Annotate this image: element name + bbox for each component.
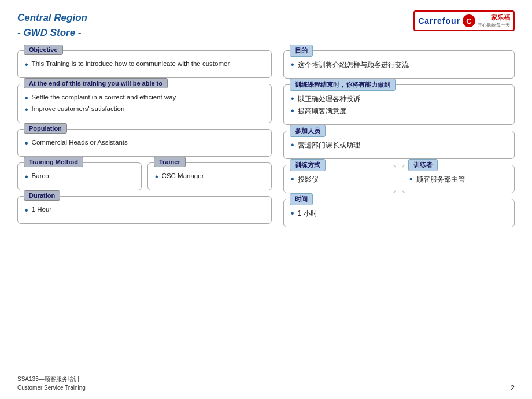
training-method-cn-label: 训练方式	[290, 159, 326, 171]
footer-page-number: 2	[511, 383, 515, 392]
main-content: Objective This Training is to introduce …	[17, 50, 515, 227]
objective-cn-bullet: 这个培训将介绍怎样与顾客进行交流	[291, 60, 507, 70]
objective-label: Objective	[24, 45, 63, 55]
population-label: Population	[24, 123, 67, 134]
training-method-bullet: Barco	[25, 172, 134, 182]
logo: Carrefour C 家乐福 开心购物每一天	[413, 10, 515, 31]
left-column: Objective This Training is to introduce …	[17, 50, 272, 227]
outcomes-bullet-2: Improve customers' satisfaction	[25, 105, 264, 114]
duration-card: Duration 1 Hour	[17, 196, 272, 224]
trainer-bullet: CSC Manager	[155, 172, 264, 182]
footer: SSA135—顾客服务培训 Customer Service Training …	[17, 375, 515, 392]
training-method-card: Training Method Barco	[17, 162, 142, 190]
training-method-label: Training Method	[24, 157, 83, 167]
logo-icon: C	[463, 14, 475, 27]
population-card: Population Commercial Heads or Assistant…	[17, 129, 272, 157]
logo-sub: 开心购物每一天	[478, 22, 510, 28]
trainer-label: Trainer	[154, 157, 186, 167]
duration-cn-bullet: 1 小时	[291, 209, 507, 219]
footer-subtitle: Customer Service Training	[17, 383, 86, 392]
outcomes-card: At the end of this training you will be …	[17, 84, 272, 123]
outcomes-label: At the end of this training you will be …	[24, 78, 168, 88]
footer-code: SSA135—顾客服务培训	[17, 375, 86, 383]
right-column: 目的 这个培训将介绍怎样与顾客进行交流 训练课程结束时，你将有能力做到 以正确处…	[283, 50, 515, 227]
objective-cn-label: 目的	[290, 45, 313, 57]
trainer-card: Trainer CSC Manager	[147, 162, 272, 190]
training-method-cn-card: 训练方式 投影仪	[283, 165, 396, 193]
duration-cn-card: 时间 1 小时	[283, 199, 515, 227]
population-bullet: Commercial Heads or Assistants	[25, 139, 264, 148]
training-method-cn-bullet: 投影仪	[291, 175, 389, 184]
duration-label: Duration	[24, 190, 60, 201]
outcomes-cn-card: 训练课程结束时，你将有能力做到 以正确处理各种投诉 提高顾客满意度	[283, 84, 515, 125]
logo-cn: 家乐福	[491, 13, 510, 22]
objective-bullet: This Training is to introduce how to com…	[25, 60, 264, 69]
duration-cn-label: 时间	[290, 193, 313, 205]
footer-left: SSA135—顾客服务培训 Customer Service Training	[17, 375, 86, 392]
trainer-cn-bullet: 顾客服务部主管	[409, 175, 507, 184]
outcomes-bullet-1: Settle the complaint in a correct and ef…	[25, 94, 264, 103]
outcomes-cn-label: 训练课程结束时，你将有能力做到	[290, 79, 396, 91]
duration-bullet: 1 Hour	[25, 206, 264, 215]
objective-card: Objective This Training is to introduce …	[17, 50, 272, 78]
outcomes-cn-bullet-1: 以正确处理各种投诉	[291, 94, 507, 104]
logo-name: Carrefour	[418, 16, 460, 25]
population-cn-label: 参加人员	[290, 125, 326, 137]
trainer-cn-label: 训练者	[408, 159, 438, 171]
method-trainer-cn-row: 训练方式 投影仪 训练者 顾客服务部主管	[283, 165, 515, 193]
objective-cn-card: 目的 这个培训将介绍怎样与顾客进行交流	[283, 50, 515, 79]
trainer-cn-card: 训练者 顾客服务部主管	[402, 165, 515, 193]
population-cn-card: 参加人员 营运部门课长或助理	[283, 131, 515, 159]
outcomes-cn-bullet-2: 提高顾客满意度	[291, 106, 507, 116]
method-trainer-row: Training Method Barco Trainer CSC Manage…	[17, 162, 272, 190]
header: Central Region - GWD Store - Carrefour C…	[17, 10, 515, 40]
population-cn-bullet: 营运部门课长或助理	[291, 141, 507, 150]
header-title: Central Region - GWD Store -	[17, 10, 87, 40]
